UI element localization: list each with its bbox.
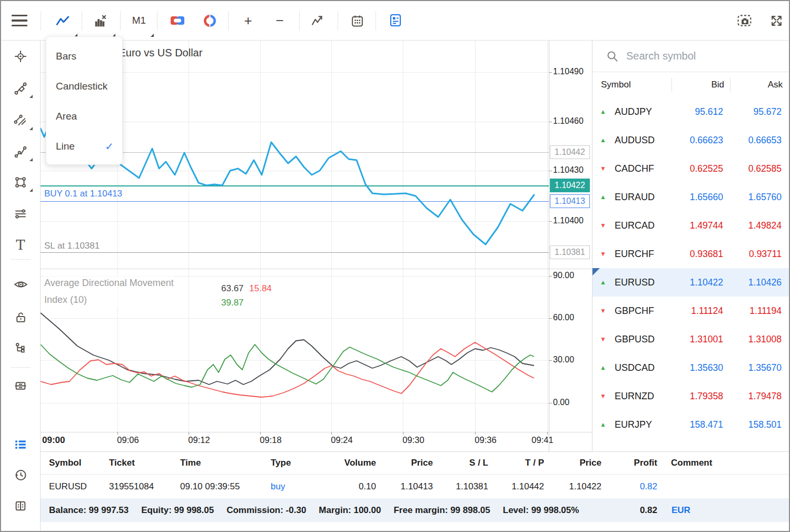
time-axis-label: 09:06 <box>117 435 139 445</box>
time-axis-label: 09:24 <box>331 435 352 445</box>
object-list-button[interactable] <box>9 337 32 360</box>
levels-tool-button[interactable] <box>9 202 32 225</box>
indicator-axis-label: 30.00 <box>553 355 574 364</box>
dropdown-item-candlestick[interactable]: Candlestick <box>46 71 122 101</box>
column-header-symbol[interactable]: Symbol <box>601 80 671 90</box>
zoom-in-button[interactable]: + <box>236 9 260 32</box>
journal-button[interactable] <box>9 494 32 517</box>
col-tp: T / P <box>488 458 544 468</box>
pane-separator[interactable] <box>41 269 592 269</box>
trade-list-button[interactable] <box>9 433 32 456</box>
chart-type-button[interactable] <box>51 9 74 32</box>
account-level: Level: 99 998.05% <box>503 505 579 516</box>
take-profit-badge[interactable]: 1.10442 <box>550 145 590 159</box>
remove-indicator-button[interactable] <box>89 9 112 32</box>
toolbar-separator <box>157 11 157 31</box>
polyline-icon <box>14 145 27 159</box>
market-watch-row[interactable]: ▼CADCHF0.625250.62585 <box>592 154 790 183</box>
top-toolbar: M1 <box>1 1 789 41</box>
screenshot-button[interactable] <box>733 9 756 32</box>
economic-calendar-button[interactable] <box>345 9 369 32</box>
market-watch-row[interactable]: ▲AUDJPY95.61295.672 <box>592 97 790 126</box>
toolbar-separator <box>299 11 300 31</box>
axis-tick <box>549 72 552 73</box>
sidebar-divider <box>11 259 31 260</box>
unlock-icon <box>14 311 27 324</box>
col-comment: Comment <box>657 458 790 468</box>
text-tool-button[interactable]: T <box>9 233 32 257</box>
indicators-button[interactable] <box>306 9 329 32</box>
news-button[interactable] <box>384 9 407 32</box>
market-watch-row[interactable]: ▼EURNZD1.793581.79478 <box>592 382 790 410</box>
symbol-search <box>592 41 790 72</box>
indicator-axis-label: 60.00 <box>553 313 574 322</box>
time-axis-label: 09:00 <box>42 435 65 446</box>
position-volume: 0.10 <box>340 481 376 492</box>
column-divider <box>730 77 730 92</box>
timeframe-button[interactable]: M1 <box>127 9 151 32</box>
toolbar-separator <box>41 11 41 31</box>
dropdown-item-line[interactable]: Line ✓ <box>46 131 122 161</box>
crosshair-tool-button[interactable] <box>9 45 32 68</box>
print-button[interactable] <box>9 374 32 397</box>
market-watch-row[interactable]: ▲AUDUSD0.666230.66653 <box>592 126 790 154</box>
axis-tick <box>549 276 552 277</box>
timeframe-label: M1 <box>132 15 146 26</box>
column-divider <box>671 77 672 92</box>
column-header-bid[interactable]: Bid <box>671 80 724 90</box>
history-button[interactable] <box>9 464 32 487</box>
fullscreen-button[interactable] <box>765 9 788 32</box>
position-symbol: EURUSD <box>49 481 109 492</box>
axis-tick <box>549 318 552 319</box>
price-axis-label: 1.10400 <box>553 216 584 225</box>
market-watch-row[interactable]: ▼EURCHF0.936810.93711 <box>592 240 790 268</box>
indicator-function-icon <box>311 14 324 27</box>
indicator-axis-label: 0.00 <box>553 398 569 407</box>
trendline-tool-button[interactable] <box>9 109 32 132</box>
axis-tick <box>549 403 552 403</box>
market-watch-row[interactable]: ▼EURCAD1.497441.49824 <box>592 211 790 240</box>
camera-screenshot-icon <box>737 14 752 27</box>
account-currency[interactable]: EUR <box>671 505 690 516</box>
account-free-margin: Free margin: 99 898.05 <box>393 505 490 516</box>
one-click-trading-icon <box>170 15 185 26</box>
trading-terminal-window: M1 <box>0 0 790 532</box>
toolbar-separator <box>338 11 338 31</box>
market-watch-row[interactable]: ▲EURJPY158.471158.501 <box>592 410 790 439</box>
zoom-out-button[interactable]: − <box>268 9 291 32</box>
search-symbol-input[interactable] <box>626 50 774 62</box>
market-watch-header: Symbol Bid Ask <box>592 72 790 97</box>
price-axis-label: 1.10460 <box>553 116 584 126</box>
show-objects-button[interactable] <box>9 273 32 296</box>
market-watch-row[interactable]: ▼GBPCHF1.111241.11194 <box>592 297 790 325</box>
measure-tool-button[interactable] <box>9 77 32 100</box>
column-header-ask[interactable]: Ask <box>724 80 783 90</box>
plus-di-value: 15.84 <box>249 283 272 293</box>
unlock-objects-button[interactable] <box>9 306 32 329</box>
position-row[interactable]: EURUSD 319551084 09.10 09:39:55 buy 0.10… <box>41 475 790 498</box>
account-balance: Balance: 99 997.53 <box>49 505 129 516</box>
toolbar-separator <box>228 11 229 31</box>
menu-button[interactable] <box>8 9 31 32</box>
bar-chart-remove-icon <box>94 14 107 27</box>
one-click-trading-button[interactable] <box>166 9 189 32</box>
position-price-badge[interactable]: 1.10413 <box>550 194 590 208</box>
dropdown-item-bars[interactable]: Bars <box>46 41 122 71</box>
submenu-caret <box>29 127 33 130</box>
shapes-tool-button[interactable] <box>9 171 32 194</box>
axis-tick <box>549 360 552 361</box>
market-watch-row[interactable]: ▲USDCAD1.356301.35670 <box>592 353 790 382</box>
dropdown-item-area[interactable]: Area <box>46 101 122 131</box>
axis-tick <box>117 432 118 435</box>
stop-loss-badge[interactable]: 1.10381 <box>550 245 590 259</box>
toolbar-separator <box>120 11 121 31</box>
market-watch-row[interactable]: ▼GBPUSD1.310011.31008 <box>592 325 790 353</box>
market-depth-button[interactable] <box>198 9 221 32</box>
time-axis-label: 09:30 <box>402 435 424 445</box>
col-symbol: Symbol <box>49 458 109 468</box>
market-watch-row[interactable]: ▲EURUSD1.104221.10426 <box>592 268 790 297</box>
polyline-tool-button[interactable] <box>9 140 32 163</box>
search-icon <box>606 50 619 63</box>
horizontal-levels-icon <box>14 207 27 221</box>
market-watch-row[interactable]: ▲EURAUD1.656601.65760 <box>592 183 790 211</box>
